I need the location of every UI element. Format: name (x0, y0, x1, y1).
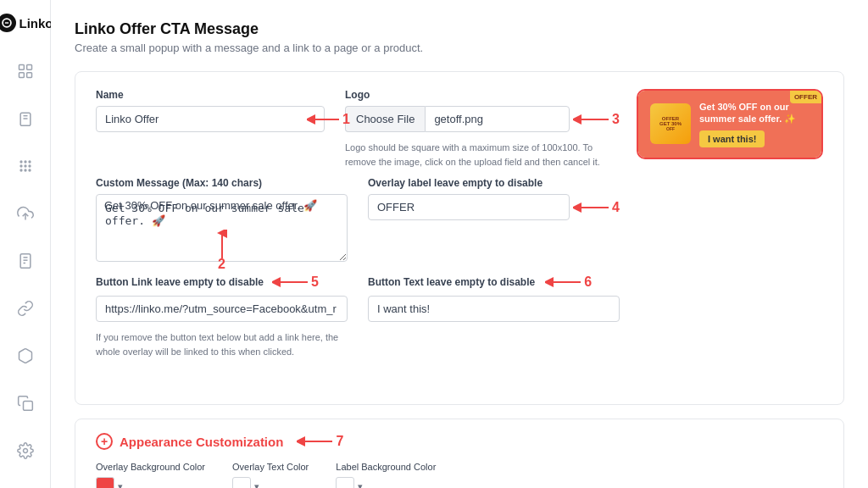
appearance-section: + Appearance Customization 7 Overlay Bac… (75, 419, 844, 488)
overlay-label-label: Overlay label leave empty to disable (368, 177, 620, 189)
arrow-3-icon (573, 111, 610, 128)
svg-point-9 (19, 160, 22, 163)
overlay-text-label: Overlay Text Color (232, 462, 309, 472)
arrow-5-icon (272, 274, 309, 291)
overlay-text-swatch[interactable] (232, 477, 251, 488)
preview-card: OFFER GET 30% OFF Get 30% OFF on our sum… (637, 89, 823, 159)
label-bg-color-group: Label Background Color ▾ (336, 462, 436, 488)
arrow-7-icon (297, 433, 334, 450)
logo-hint: Logo should be square with a maximum siz… (345, 141, 620, 169)
logo-label: Logo (345, 89, 620, 101)
svg-point-11 (28, 160, 31, 163)
preview-button[interactable]: I want this! (699, 130, 765, 147)
sidebar-item-upload[interactable] (10, 198, 41, 229)
file-name-display: getoff.png (425, 106, 570, 132)
label-bg-dropdown[interactable]: ▾ (358, 481, 363, 489)
preview-inner: OFFER GET 30% OFF Get 30% OFF on our sum… (638, 91, 821, 158)
custom-message-label: Custom Message (Max: 140 chars) (96, 177, 348, 189)
button-link-label: Button Link leave empty to disable (96, 276, 264, 288)
preview-text: Get 30% OFF on our summer sale offer. ✨ (699, 101, 810, 125)
file-input-row: Choose File getoff.png 3 (345, 106, 620, 132)
sidebar-item-file[interactable] (10, 246, 41, 276)
annotation-3: 3 (612, 112, 620, 127)
label-bg-label: Label Background Color (336, 462, 436, 472)
label-bg-swatch[interactable] (336, 477, 354, 488)
sidebar: Linko (0, 0, 51, 488)
overlay-bg-swatch[interactable] (96, 477, 114, 488)
preview-content: Get 30% OFF on our summer sale offer. ✨ … (699, 101, 810, 147)
sidebar-item-copy[interactable] (10, 388, 41, 419)
name-input[interactable] (96, 106, 325, 132)
overlay-bg-color-group: Overlay Background Color ▾ (96, 462, 205, 488)
annotation-4: 4 (612, 200, 620, 215)
button-link-input[interactable] (96, 296, 348, 322)
arrow-6-icon (545, 274, 582, 291)
svg-point-10 (24, 160, 26, 163)
choose-file-button[interactable]: Choose File (345, 106, 425, 132)
sidebar-item-settings[interactable] (10, 435, 41, 466)
appearance-title: Appearance Customization (120, 435, 283, 449)
form-section: Name 1 Logo (75, 71, 844, 405)
sidebar-item-grid[interactable] (10, 56, 41, 86)
svg-point-24 (23, 449, 27, 453)
label-bg-swatch-row: ▾ (336, 477, 436, 488)
svg-point-13 (24, 164, 26, 167)
svg-point-15 (19, 169, 22, 171)
overlay-text-color-group: Overlay Text Color ▾ (232, 462, 309, 488)
svg-point-12 (19, 164, 22, 167)
annotation-7: 7 (336, 434, 343, 449)
overlay-label-input[interactable] (368, 194, 570, 220)
main-content: Linko Offer CTA Message Create a small p… (51, 0, 868, 488)
overlay-bg-label: Overlay Background Color (96, 462, 205, 472)
logo-icon (0, 14, 16, 32)
svg-rect-2 (19, 65, 24, 70)
svg-rect-6 (20, 113, 31, 125)
button-link-hint: If you remove the button text below but … (96, 330, 348, 358)
page-subtitle: Create a small popup with a message and … (75, 42, 844, 54)
svg-rect-5 (26, 73, 31, 78)
svg-rect-19 (20, 254, 31, 269)
name-label: Name (96, 89, 325, 101)
svg-point-17 (28, 169, 31, 171)
overlay-text-swatch-row: ▾ (232, 477, 309, 488)
sidebar-item-cube[interactable] (10, 341, 41, 371)
sidebar-item-dots[interactable] (10, 151, 41, 181)
button-text-label: Button Text leave empty to disable (368, 276, 535, 288)
button-text-input[interactable] (368, 296, 620, 322)
annotation-5: 5 (311, 274, 319, 290)
page-title: Linko Offer CTA Message (75, 20, 844, 38)
svg-point-16 (24, 169, 26, 171)
svg-rect-4 (19, 73, 24, 78)
arrow-4-icon (573, 199, 610, 216)
preview-badge: OFFER (790, 91, 821, 103)
overlay-bg-dropdown[interactable]: ▾ (118, 481, 123, 489)
sidebar-item-layers[interactable] (10, 103, 41, 134)
svg-point-14 (28, 164, 31, 167)
svg-rect-3 (26, 65, 31, 70)
overlay-bg-swatch-row: ▾ (96, 477, 205, 488)
color-row: Overlay Background Color ▾ Overlay Text … (96, 462, 823, 488)
annotation-6: 6 (584, 274, 592, 290)
svg-rect-23 (23, 402, 32, 411)
logo-text: Linko (19, 16, 53, 30)
appearance-toggle-icon[interactable]: + (96, 433, 113, 450)
overlay-text-dropdown[interactable]: ▾ (254, 481, 259, 489)
custom-message-textarea[interactable] (96, 194, 348, 262)
appearance-header: + Appearance Customization 7 (96, 433, 823, 450)
sidebar-item-link[interactable] (10, 293, 41, 324)
preview-offer-image: OFFER GET 30% OFF (650, 103, 691, 144)
